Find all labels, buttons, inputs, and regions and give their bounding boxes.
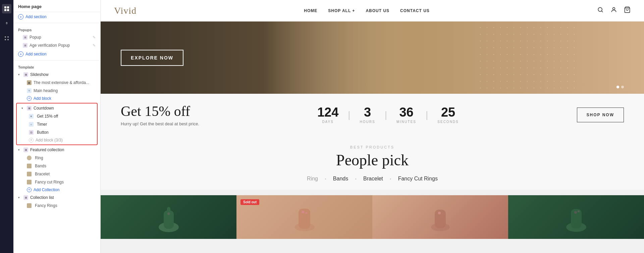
timer-days: 124 DAYS [309,106,346,124]
svg-point-4 [5,36,6,38]
countdown-collapse-arrow[interactable]: ▾ [21,107,25,110]
slideshow-icon: ⊞ [23,72,28,77]
svg-rect-0 [4,6,6,8]
popup-edit-icon[interactable]: ✎ [93,35,96,40]
nav-contact-us[interactable]: CONTACT US [400,8,430,13]
add-block-plus-icon: + [27,96,32,101]
svg-rect-1 [7,6,9,8]
collection-list-collapse-arrow[interactable]: ▾ [18,196,21,199]
fancy-rings-icon [27,203,32,208]
slideshow-sub-icon: ▣ [27,80,32,85]
hero-dot-2[interactable] [621,86,624,88]
sidebar-item-slideshow-sub[interactable]: ▣ The most extensive & afforda... [13,79,100,87]
add-block-slideshow-button[interactable]: + Add block [13,95,100,102]
shop-now-button[interactable]: SHOP NOW [577,108,624,122]
countdown-title: Get 15% off [121,103,199,119]
sidebar-item-bands[interactable]: Bands [13,162,100,170]
svg-point-18 [305,212,307,214]
store-logo: Vivid [114,5,137,16]
nav-about-us[interactable]: ABOUT US [366,8,389,13]
hero-dot-1[interactable] [616,86,619,88]
bands-icon [27,164,32,168]
fancy-cut-icon [27,180,32,184]
product-grid: Sold out [101,195,644,239]
timer-minutes: 36 MINUTES [388,106,424,124]
store-nav: HOME SHOP ALL + ABOUT US CONTACT US [304,8,430,13]
cart-icon[interactable] [624,6,631,15]
sidebar-item-slideshow[interactable]: ▾ ⊞ Slideshow [13,71,100,79]
sidebar-item-main-heading[interactable]: T Main heading [13,87,100,95]
age-edit-icon[interactable]: ✎ [93,43,96,48]
featured-collapse-arrow[interactable]: ▾ [18,148,21,152]
sidebar-item-fancy-rings[interactable]: Fancy Rings [13,202,100,210]
product-tabs: Ring ● Bands ● Bracelet ● Fancy Cut Ring… [121,174,624,183]
best-products-title: People pick [121,151,624,169]
tab-dot-3: ● [390,177,391,180]
apps-icon[interactable] [2,34,11,43]
svg-point-7 [7,39,9,40]
sidebar-item-fancy-cut[interactable]: Fancy cut Rings [13,178,100,186]
divider-1 [13,23,100,23]
add-section-popups-plus-icon: + [18,51,23,57]
product-card-4[interactable] [508,195,644,239]
bracelet-icon [27,172,32,176]
search-icon[interactable] [597,6,604,15]
sidebar-item-button[interactable]: ⊡ Button [17,128,97,136]
sidebar-panel: Home page + Add section Popups ⊞ Popup ✎… [13,0,101,253]
add-block-countdown-button: + Add block (3/3) [17,136,97,144]
sidebar-item-featured-collection[interactable]: ▾ ⊞ Featured collection [13,146,100,154]
tab-fancy-cut-rings[interactable]: Fancy Cut Rings [398,174,438,183]
featured-icon: ⊞ [23,147,28,152]
sold-out-badge: Sold out [240,199,259,205]
product-card-2[interactable]: Sold out [236,195,372,239]
countdown-subtitle: Hurry up! Get the best deal at best pric… [121,121,199,126]
sidebar-item-ring[interactable]: Ring [13,154,100,162]
product-image-4 [508,195,644,239]
countdown-icon: ⊞ [27,106,32,111]
svg-point-24 [574,211,577,214]
sidebar-item-get15[interactable]: ≡ Get 15% off [17,112,97,120]
sidebar-item-collection-list[interactable]: ▾ ⊞ Collection list [13,194,100,202]
product-card-3[interactable] [372,195,508,239]
settings-icon[interactable] [2,19,11,28]
tab-bands[interactable]: Bands [333,174,348,183]
svg-rect-16 [299,209,310,229]
store-header: Vivid HOME SHOP ALL + ABOUT US CONTACT U… [101,0,644,22]
sidebar-item-bracelet[interactable]: Bracelet [13,170,100,178]
svg-point-17 [302,211,304,213]
hero-section: EXPLORE NOW [101,22,644,94]
add-collection-button[interactable]: + Add Collection [13,186,100,194]
tab-dot-2: ● [355,177,357,180]
popup-icon: ⊞ [23,35,28,40]
svg-point-25 [578,210,580,212]
tab-bracelet[interactable]: Bracelet [363,174,383,183]
button-icon: ⊡ [29,130,34,135]
age-verification-icon: ⊞ [23,43,28,48]
add-section-top-button[interactable]: + Add section [13,12,100,22]
main-preview: Vivid HOME SHOP ALL + ABOUT US CONTACT U… [101,0,644,253]
divider-2 [13,60,100,60]
sidebar-item-age-verification[interactable]: ⊞ Age verification Popup ✎ [13,41,100,49]
slideshow-collapse-arrow[interactable]: ▾ [18,73,21,76]
pages-icon[interactable] [2,4,11,13]
account-icon[interactable] [610,6,617,15]
hero-explore-button[interactable]: EXPLORE NOW [121,50,183,66]
sidebar-item-timer[interactable]: ○ Timer [17,120,97,128]
add-block-countdown-plus-icon: + [29,138,34,142]
nav-shop-all[interactable]: SHOP ALL + [328,8,355,13]
tab-ring[interactable]: Ring [307,174,318,183]
sidebar-item-countdown[interactable]: ▾ ⊞ Countdown [17,104,97,112]
page-title: Home page [13,0,100,12]
product-card-1[interactable] [101,195,236,239]
main-heading-icon: T [27,88,32,93]
timer-sep-1: | [346,110,352,120]
sidebar-item-popup[interactable]: ⊞ Popup ✎ [13,33,100,41]
nav-home[interactable]: HOME [304,8,317,13]
countdown-timer: 124 DAYS | 3 HOURS | 36 MINUTES | 25 SEC… [309,106,467,124]
add-section-popups-button[interactable]: + Add section [13,49,100,59]
product-image-3 [372,195,508,239]
svg-rect-3 [7,9,9,11]
svg-point-8 [598,7,602,11]
svg-point-9 [613,7,615,10]
product-image-1 [101,195,236,239]
